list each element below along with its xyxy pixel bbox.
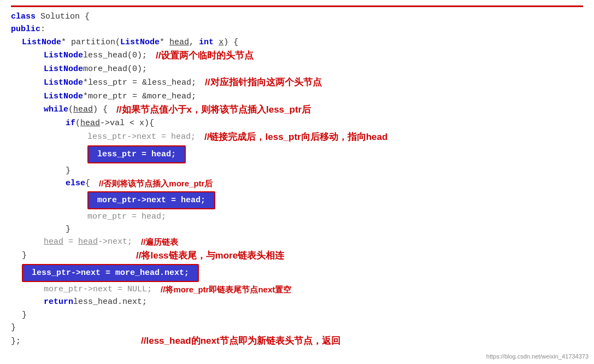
comment-4: //链接完成后，less_ptr向后移动，指向head [204,130,387,144]
class-name: Solution { [40,10,90,23]
code-line-1: class Solution { [11,10,583,23]
comment-8: //将more_ptr即链表尾节点next置空 [161,283,291,296]
comment-7: //将less链表尾，与more链表头相连 [136,249,284,263]
code-line-9: if (head->val < x){ [66,117,583,130]
box-less-ptr: less_ptr = head; [87,145,186,163]
code-line-16: } [66,223,583,236]
keyword-class: class [11,10,36,23]
comment-5: //否则将该节点插入more_ptr后 [99,177,213,190]
code-line-20: more_ptr->next = NULL; //将more_ptr即链表尾节点… [44,283,583,296]
code-line-4: ListNode less_head(0); //设置两个临时的头节点 [44,49,583,63]
code-line-6: ListNode *less_ptr = &less_head; //对应指针指… [44,75,583,90]
code-line-22: } [22,309,583,321]
code-line-18: } //将less链表尾，与more链表头相连 [22,249,583,263]
comment-3: //如果节点值小于x，则将该节点插入less_ptr后 [116,103,311,117]
code-line-8: while(head) { //如果节点值小于x，则将该节点插入less_ptr… [44,103,583,117]
code-line-13: else { //否则将该节点插入more_ptr后 [66,177,583,190]
code-line-15: more_ptr = head; [87,210,583,223]
code-line-14: more_ptr->next = head; [87,191,583,209]
code-line-23: } [11,321,583,334]
comment-2: //对应指针指向这两个头节点 [205,75,321,90]
comment-1: //设置两个临时的头节点 [156,49,254,63]
comment-6: //遍历链表 [141,236,178,248]
watermark: https://blog.csdn.net/weixin_41734373 [486,353,589,360]
code-line-3: ListNode* partition(ListNode* head, int … [22,36,583,49]
code-line-24: }; //less_head的next节点即为新链表头节点，返回 [11,334,583,348]
code-line-5: ListNode more_head(0); [44,63,583,75]
code-line-7: ListNode *more_ptr = &more_head; [44,90,583,103]
code-line-19: less_ptr->next = more_head.next; [22,264,583,282]
box-more-ptr-next: more_ptr->next = head; [87,191,215,209]
code-line-11: less_ptr = head; [87,145,583,163]
code-line-12: } [66,165,583,177]
keyword-public: public [11,23,40,36]
top-line [11,5,583,7]
code-line-17: head = head->next; //遍历链表 [44,236,583,248]
comment-9: //less_head的next节点即为新链表头节点，返回 [141,334,340,348]
box-less-ptr-next: less_ptr->next = more_head.next; [22,264,199,282]
code-line-2: public: [11,23,583,36]
code-line-21: return less_head.next; [44,296,583,308]
code-container: class Solution { public: ListNode* parti… [0,0,594,364]
code-line-10: less_ptr->next = head; //链接完成后，less_ptr向… [87,130,583,144]
